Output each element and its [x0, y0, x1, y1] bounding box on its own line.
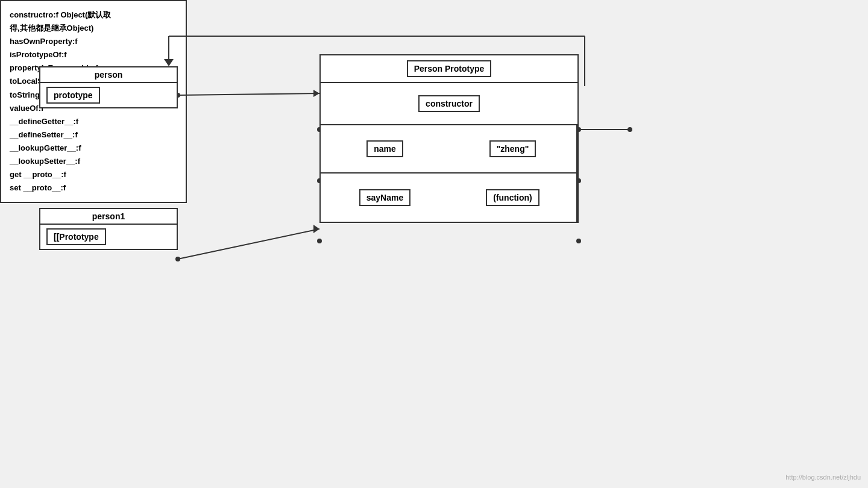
- obj-line-1: constructro:f Object(默认取: [10, 10, 111, 19]
- prototype-box: Person Prototype constructor name "zheng…: [319, 54, 579, 223]
- obj-line-9: __defineGetter__:f: [10, 117, 78, 126]
- person1-title: person1: [40, 209, 177, 225]
- name-value-cell: "zheng": [449, 125, 577, 174]
- svg-line-4: [178, 93, 319, 95]
- sayname-cell: sayName: [321, 174, 449, 222]
- constructor-row: constructor: [321, 83, 577, 125]
- person1-box: person1 [[Prototype: [39, 208, 178, 250]
- name-value: "zheng": [489, 140, 536, 157]
- name-cell: name: [321, 125, 449, 174]
- person-title: person: [40, 67, 177, 83]
- person1-prototype-label: [[Prototype: [46, 228, 106, 245]
- obj-line-12: __lookupSetter__:f: [10, 157, 80, 166]
- obj-line-2: 得,其他都是继承Object): [10, 23, 93, 33]
- sayname-value-cell: (function): [449, 174, 577, 222]
- obj-line-14: set __proto__:f: [10, 183, 66, 192]
- prototype-title-label: Person Prototype: [407, 60, 492, 77]
- sayname-label: sayName: [359, 189, 411, 206]
- person-prototype-label: prototype: [46, 87, 100, 104]
- svg-line-7: [178, 229, 319, 259]
- svg-marker-5: [313, 90, 319, 97]
- obj-line-4: isPrototypeOf:f: [10, 50, 67, 59]
- prototype-title: Person Prototype: [321, 55, 577, 83]
- svg-marker-8: [313, 225, 319, 233]
- svg-point-9: [175, 257, 180, 261]
- svg-point-16: [317, 239, 322, 243]
- prototype-grid: constructor name "zheng" sayName (functi…: [321, 83, 577, 222]
- svg-point-18: [627, 127, 632, 132]
- constructor-label: constructor: [418, 95, 480, 112]
- sayname-value: (function): [486, 189, 539, 206]
- person-box: person prototype: [39, 66, 178, 108]
- diagram-container: person prototype person1 [[Prototype Per…: [0, 0, 868, 488]
- obj-line-3: hasOwnProperty:f: [10, 37, 78, 46]
- name-label: name: [366, 140, 403, 157]
- obj-line-13: get __proto__:f: [10, 170, 66, 179]
- obj-line-10: __defineSetter__:f: [10, 130, 78, 139]
- obj-line-11: __lookupGetter__:f: [10, 143, 81, 152]
- obj-line-8: valueOf:f: [10, 104, 43, 113]
- svg-point-13: [576, 239, 581, 243]
- watermark: http://blog.csdn.net/zljhdu: [785, 474, 861, 481]
